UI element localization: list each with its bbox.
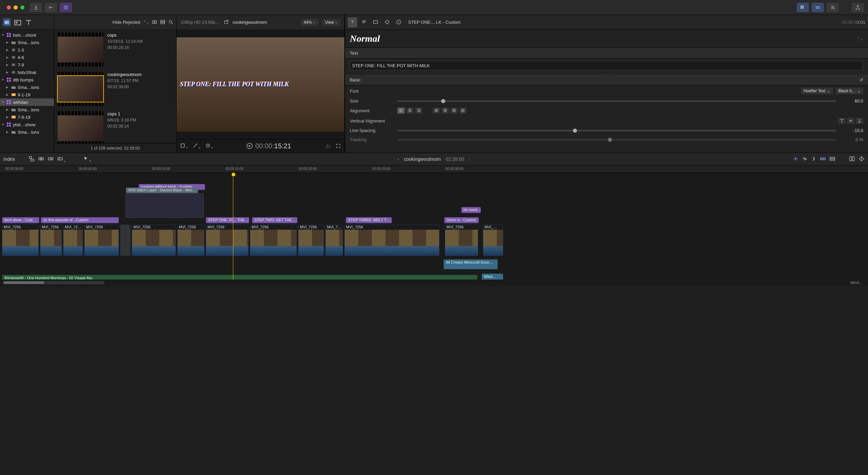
dropdown-chevron-icon[interactable]: ⌃⌄: [143, 20, 149, 24]
import-button[interactable]: [30, 3, 42, 12]
index-button[interactable]: Index: [3, 156, 15, 162]
timeline-tracks[interactable]: bent show - Cust…on this episode of - Cu…: [0, 173, 868, 280]
workspace-browser-button[interactable]: [797, 3, 809, 12]
library-item[interactable]: ▶bstv1final: [0, 69, 54, 76]
library-item[interactable]: ▼withdan: [0, 98, 54, 106]
library-item[interactable]: ▼ytsk…show: [0, 121, 54, 128]
valign-bottom-button[interactable]: [856, 118, 863, 124]
video-clip[interactable]: MVI_7…: [325, 225, 343, 256]
zoom-dropdown[interactable]: 44% ⌄: [301, 19, 318, 26]
generator-inspector-tab[interactable]: [382, 17, 392, 27]
play-button[interactable]: [247, 143, 253, 150]
align-justify-full-button[interactable]: [459, 108, 467, 114]
timeline-ruler[interactable]: 00:00:00:0000:00:05:0000:00:10:0000:00:1…: [0, 166, 868, 173]
library-tree[interactable]: ▼bstv…shoot▶Sma…ions▶1-3▶4-6▶7-9▶bstv1fi…: [0, 30, 54, 137]
workspace-timeline-button[interactable]: [812, 3, 824, 12]
browser-clip[interactable]: cookingwoutmom8/7/19, 11:57 PM00:02:39:0…: [54, 69, 176, 109]
fullscreen-icon[interactable]: [336, 143, 341, 149]
photos-tab-icon[interactable]: [14, 18, 22, 26]
audio-meter-icon[interactable]: [324, 142, 331, 150]
solo-icon[interactable]: [811, 156, 816, 162]
video-clip[interactable]: MVI_7256: [250, 225, 297, 256]
video-clip[interactable]: MVI_7256: [344, 225, 439, 256]
title-clip[interactable]: on this episode of - Custom: [41, 217, 119, 223]
tracking-value[interactable]: 0 %: [839, 137, 863, 142]
video-clip[interactable]: MVI_7256: [2, 225, 39, 256]
video-clip[interactable]: MVI_72…: [63, 225, 83, 256]
video-clip[interactable]: MVI_…: [483, 225, 503, 256]
view-dropdown[interactable]: View ⌄: [322, 19, 340, 26]
clip-appearance-icon[interactable]: [160, 19, 165, 25]
library-item[interactable]: ▶1-3: [0, 46, 54, 54]
video-clip[interactable]: MVI_7256: [445, 225, 478, 256]
clip-appearance-timeline-icon[interactable]: [829, 156, 835, 162]
library-item[interactable]: ▶Sma…ions: [0, 128, 54, 136]
workspace-inspector-button[interactable]: [827, 3, 839, 12]
library-item[interactable]: ▶7-9: [0, 61, 54, 69]
video-inspector-tab[interactable]: [371, 17, 380, 27]
font-style-dropdown[interactable]: Black It… ⌄: [836, 88, 863, 94]
libraries-tab-icon[interactable]: [3, 18, 11, 26]
connect-clip-icon[interactable]: [29, 156, 35, 163]
browser-clip[interactable]: cops10/18/19, 12:14 AM00:00:28:16: [54, 30, 176, 69]
library-item[interactable]: ▼bstv…shoot: [0, 31, 54, 39]
grouping-icon[interactable]: [152, 19, 157, 25]
title-clip[interactable]: STEP TWO: GET THE…: [252, 217, 297, 223]
tracking-slider[interactable]: [397, 139, 836, 140]
browser-clip[interactable]: cops 18/6/19, 3:18 PM00:02:35:14: [54, 109, 176, 143]
paragraph-inspector-tab[interactable]: [359, 17, 369, 27]
video-clip[interactable]: MVI_7256: [177, 225, 204, 256]
timeline[interactable]: 00:00:00:0000:00:05:0000:00:10:0000:00:1…: [0, 166, 868, 280]
valign-top-button[interactable]: [838, 118, 846, 124]
retime-tool-icon[interactable]: ⌄: [205, 143, 214, 149]
timeline-scrollbar[interactable]: [3, 281, 105, 284]
reset-icon[interactable]: ↺: [860, 77, 863, 82]
transitions-browser-icon[interactable]: [858, 156, 865, 162]
library-item[interactable]: ▶Sma…ions: [0, 106, 54, 113]
library-item[interactable]: ▶Sma…ions: [0, 39, 54, 46]
overwrite-clip-icon[interactable]: ⌄: [57, 156, 66, 163]
audio-clip[interactable]: All Creepy Minecraft Soun…: [444, 259, 498, 269]
size-slider[interactable]: [397, 100, 836, 102]
video-clip[interactable]: MVI_7256: [206, 225, 249, 256]
align-justify-right-button[interactable]: [450, 108, 458, 114]
library-item[interactable]: ▶4-6: [0, 54, 54, 61]
align-left-button[interactable]: [397, 108, 405, 114]
keyword-button[interactable]: [45, 3, 57, 12]
viewer-canvas[interactable]: STEP ONE: FILL THE POT WITH MILK: [177, 30, 344, 139]
align-justify-center-button[interactable]: [441, 108, 449, 114]
background-tasks-button[interactable]: [60, 3, 72, 12]
valign-middle-button[interactable]: [847, 118, 854, 124]
titles-tab-icon[interactable]: [24, 18, 33, 26]
library-item[interactable]: ▶9-1-19: [0, 91, 54, 98]
enhance-tool-icon[interactable]: ⌄: [193, 143, 201, 149]
audio-clip[interactable]: Windows96 - One Hundred Mornings - 02 Vi…: [2, 275, 477, 280]
audio-clip[interactable]: Wind…: [482, 273, 503, 280]
video-clip[interactable]: MVI_7256: [132, 225, 176, 256]
align-right-button[interactable]: [415, 108, 422, 114]
font-family-dropdown[interactable]: Hoefler Text ⌄: [801, 88, 833, 94]
video-clip[interactable]: MVI_7256: [298, 225, 324, 256]
title-text-input[interactable]: [350, 61, 863, 71]
size-value[interactable]: 60.0: [839, 98, 863, 103]
minimize-window-icon[interactable]: [14, 5, 18, 10]
library-item[interactable]: ▼dtb bumps: [0, 76, 54, 83]
title-clip[interactable]: STEP ONE: FI… THE…: [206, 217, 249, 223]
chevron-updown-icon[interactable]: ⌃⌄: [857, 37, 863, 41]
align-center-button[interactable]: [406, 108, 414, 114]
clip-list[interactable]: cops10/18/19, 12:14 AM00:00:28:16cooking…: [54, 30, 176, 143]
close-window-icon[interactable]: [7, 5, 11, 10]
viewer-timecode[interactable]: 00:00:15:21: [255, 142, 291, 150]
zoom-window-icon[interactable]: [20, 5, 24, 10]
video-clip[interactable]: [120, 225, 130, 256]
skimming-icon[interactable]: [793, 156, 799, 162]
library-item[interactable]: ▶7-8-19: [0, 113, 54, 121]
align-justify-left-button[interactable]: [433, 108, 440, 114]
timeline-prev-icon[interactable]: ‹: [398, 156, 399, 162]
library-item[interactable]: ▶Sma…ions: [0, 83, 54, 91]
transform-tool-icon[interactable]: ⌄: [180, 143, 188, 149]
playhead[interactable]: [233, 173, 233, 280]
title-clip[interactable]: he need…: [461, 207, 481, 213]
append-clip-icon[interactable]: [48, 156, 54, 163]
text-inspector-tab[interactable]: [348, 17, 357, 27]
